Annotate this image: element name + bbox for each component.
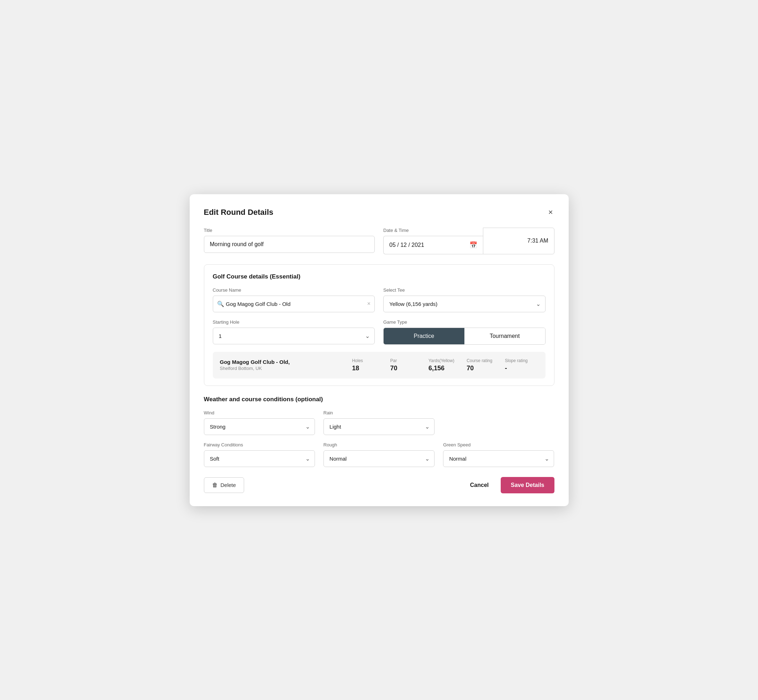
starting-hole-wrap: 1 2 3 10 ⌄ — [213, 328, 375, 344]
time-input[interactable]: 7:31 AM — [483, 228, 554, 254]
stat-par: Par 70 — [390, 358, 419, 372]
modal-title: Edit Round Details — [204, 208, 274, 217]
datetime-label: Date & Time — [383, 228, 483, 233]
rain-select[interactable]: None Light Moderate Heavy — [324, 418, 434, 435]
time-col: 7:31 AM — [483, 228, 554, 254]
rough-label: Rough — [324, 442, 434, 447]
trash-icon: 🗑 — [212, 482, 218, 488]
rain-label: Rain — [324, 410, 434, 416]
footer-row: 🗑 Delete Cancel Save Details — [204, 477, 554, 493]
wind-col: Wind Calm Light Moderate Strong Very Str… — [204, 410, 315, 435]
title-input[interactable] — [204, 236, 375, 253]
weather-section: Weather and course conditions (optional)… — [204, 396, 554, 467]
slope-rating-value: - — [505, 364, 507, 372]
course-name-col: Course Name 🔍 × — [213, 288, 375, 312]
course-name-label: Course Name — [213, 288, 375, 293]
green-speed-col: Green Speed Slow Normal Fast ⌄ — [443, 442, 554, 467]
date-value: 05 / 12 / 2021 — [389, 242, 464, 248]
fairway-select-wrap: Soft Normal Hard ⌄ — [204, 450, 315, 467]
holes-value: 18 — [352, 364, 359, 372]
title-label: Title — [204, 228, 375, 233]
green-speed-select-wrap: Slow Normal Fast ⌄ — [443, 450, 554, 467]
course-input-wrap: 🔍 × — [213, 295, 375, 312]
stat-yards: Yards(Yellow) 6,156 — [429, 358, 457, 372]
conditions-row: Fairway Conditions Soft Normal Hard ⌄ Ro… — [204, 442, 554, 467]
select-tee-col: Select Tee Yellow (6,156 yards) White Re… — [383, 288, 545, 312]
modal-header: Edit Round Details × — [204, 207, 554, 218]
time-input-wrap: 7:31 AM — [483, 228, 554, 254]
rain-select-wrap: None Light Moderate Heavy ⌄ — [324, 418, 434, 435]
rough-col: Rough Soft Normal Hard ⌄ — [324, 442, 434, 467]
yards-label: Yards(Yellow) — [429, 358, 454, 363]
wind-rain-row: Wind Calm Light Moderate Strong Very Str… — [204, 410, 554, 435]
par-label: Par — [390, 358, 397, 363]
select-tee-wrap: Yellow (6,156 yards) White Red Blue ⌄ — [383, 295, 545, 312]
course-rating-value: 70 — [467, 364, 474, 372]
delete-label: Delete — [221, 482, 236, 488]
close-button[interactable]: × — [547, 207, 554, 218]
select-tee-input[interactable]: Yellow (6,156 yards) White Red Blue — [383, 295, 545, 312]
date-input-wrap: 05 / 12 / 2021 📅 — [383, 236, 483, 254]
footer-right: Cancel Save Details — [467, 477, 554, 493]
search-icon: 🔍 — [217, 300, 224, 307]
stat-holes: Holes 18 — [352, 358, 381, 372]
par-value: 70 — [390, 364, 398, 372]
stat-slope-rating: Slope rating - — [505, 358, 534, 372]
course-rating-label: Course rating — [467, 358, 492, 363]
holes-label: Holes — [352, 358, 363, 363]
yards-value: 6,156 — [429, 364, 445, 372]
weather-section-title: Weather and course conditions (optional) — [204, 396, 554, 403]
wind-select-wrap: Calm Light Moderate Strong Very Strong ⌄ — [204, 418, 315, 435]
hole-gametype-row: Starting Hole 1 2 3 10 ⌄ Game Type Pract… — [213, 319, 545, 345]
game-type-label: Game Type — [383, 319, 545, 325]
rough-select[interactable]: Soft Normal Hard — [324, 450, 434, 467]
select-tee-label: Select Tee — [383, 288, 545, 293]
fairway-select[interactable]: Soft Normal Hard — [204, 450, 315, 467]
course-stats: Holes 18 Par 70 Yards(Yellow) 6,156 Cour… — [347, 358, 539, 372]
date-input[interactable]: 05 / 12 / 2021 📅 — [383, 236, 483, 254]
clear-icon[interactable]: × — [367, 300, 370, 307]
golf-section: Golf Course details (Essential) Course N… — [204, 264, 554, 386]
wind-select[interactable]: Calm Light Moderate Strong Very Strong — [204, 418, 315, 435]
game-type-col: Game Type Practice Tournament — [383, 319, 545, 345]
title-field: Title — [204, 228, 375, 254]
course-info-card: Gog Magog Golf Club - Old, Shelford Bott… — [213, 352, 545, 378]
calendar-icon: 📅 — [469, 241, 477, 249]
fairway-col: Fairway Conditions Soft Normal Hard ⌄ — [204, 442, 315, 467]
green-speed-label: Green Speed — [443, 442, 554, 447]
tournament-button[interactable]: Tournament — [464, 328, 545, 344]
game-type-toggle: Practice Tournament — [383, 328, 545, 345]
starting-hole-label: Starting Hole — [213, 319, 375, 325]
datetime-field: Date & Time 05 / 12 / 2021 📅 7:31 AM — [383, 228, 554, 254]
delete-button[interactable]: 🗑 Delete — [204, 477, 244, 493]
course-name-input[interactable] — [213, 295, 375, 312]
time-value: 7:31 AM — [528, 238, 548, 244]
date-col: Date & Time 05 / 12 / 2021 📅 — [383, 228, 483, 254]
course-tee-row: Course Name 🔍 × Select Tee Yellow (6,156… — [213, 288, 545, 312]
save-button[interactable]: Save Details — [501, 477, 554, 493]
fairway-label: Fairway Conditions — [204, 442, 315, 447]
edit-round-modal: Edit Round Details × Title Date & Time 0… — [190, 194, 568, 506]
rough-select-wrap: Soft Normal Hard ⌄ — [324, 450, 434, 467]
stat-course-rating: Course rating 70 — [467, 358, 495, 372]
slope-rating-label: Slope rating — [505, 358, 528, 363]
rain-col: Rain None Light Moderate Heavy ⌄ — [324, 410, 434, 435]
starting-hole-select[interactable]: 1 2 3 10 — [213, 328, 375, 344]
golf-section-title: Golf Course details (Essential) — [213, 273, 545, 280]
course-card-location: Shelford Bottom, UK — [220, 366, 347, 371]
course-info-name: Gog Magog Golf Club - Old, Shelford Bott… — [220, 359, 347, 371]
cancel-button[interactable]: Cancel — [467, 478, 492, 493]
practice-button[interactable]: Practice — [384, 328, 464, 344]
green-speed-select[interactable]: Slow Normal Fast — [443, 450, 554, 467]
course-card-name: Gog Magog Golf Club - Old, — [220, 359, 347, 365]
top-row: Title Date & Time 05 / 12 / 2021 📅 7:31 … — [204, 228, 554, 254]
wind-label: Wind — [204, 410, 315, 416]
starting-hole-col: Starting Hole 1 2 3 10 ⌄ — [213, 319, 375, 345]
